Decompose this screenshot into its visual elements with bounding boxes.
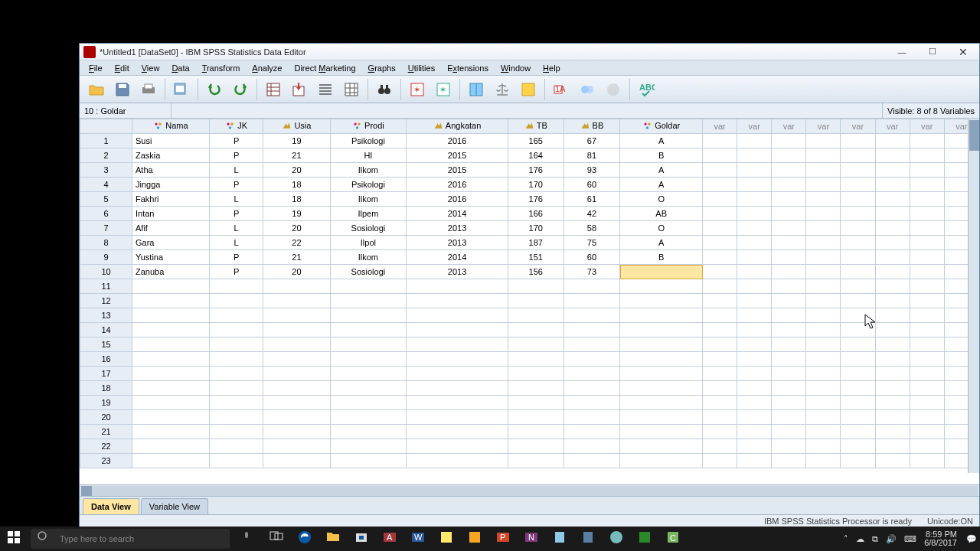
cell[interactable] (407, 352, 508, 367)
cell[interactable] (910, 396, 944, 410)
cell[interactable] (772, 134, 806, 148)
row-header[interactable]: 14 (80, 323, 132, 337)
dialog-recall-button[interactable] (169, 77, 194, 102)
cell[interactable]: 2013 (407, 221, 508, 236)
row-header[interactable]: 4 (80, 178, 132, 192)
tab-data-view[interactable]: Data View (83, 498, 139, 514)
cell[interactable] (875, 279, 910, 294)
cell[interactable] (508, 367, 564, 381)
cell[interactable] (841, 163, 875, 178)
cell[interactable] (209, 294, 263, 308)
app-icon-3[interactable] (632, 527, 660, 550)
cell[interactable] (910, 279, 944, 294)
cell[interactable] (737, 337, 772, 352)
cell[interactable] (772, 207, 806, 221)
cell[interactable]: A (620, 134, 703, 148)
column-header-bb[interactable]: BB (564, 119, 620, 134)
cell[interactable] (620, 439, 703, 454)
cell[interactable] (703, 134, 737, 148)
cell[interactable] (564, 425, 620, 439)
cell[interactable]: Zaskia (132, 148, 210, 163)
cell[interactable] (263, 279, 330, 294)
cell[interactable] (806, 279, 841, 294)
cell[interactable] (772, 163, 806, 178)
taskbar[interactable]: Type here to search A W P N C ˄ ☁ ⧉ 🔊 ⌨ … (0, 527, 980, 551)
cell[interactable]: 151 (508, 250, 564, 265)
cell[interactable] (564, 294, 620, 308)
cell[interactable] (263, 439, 330, 454)
cell[interactable]: P (209, 134, 263, 148)
word-icon[interactable]: W (406, 527, 433, 550)
cell[interactable] (263, 410, 330, 425)
cell[interactable] (209, 410, 263, 425)
row-header[interactable]: 18 (80, 381, 132, 396)
cell[interactable] (209, 308, 263, 323)
cell[interactable] (620, 367, 703, 381)
cell[interactable] (841, 207, 875, 221)
cell[interactable] (737, 134, 772, 148)
cell[interactable] (703, 425, 737, 439)
cell[interactable] (772, 410, 806, 425)
cell[interactable] (564, 396, 620, 410)
cell[interactable]: 176 (508, 192, 564, 207)
cell[interactable] (910, 323, 944, 337)
cell[interactable] (737, 294, 772, 308)
cell[interactable] (806, 192, 841, 207)
column-header-usia[interactable]: Usia (263, 119, 330, 134)
cell[interactable] (841, 265, 875, 279)
cell[interactable] (841, 178, 875, 192)
cell[interactable] (209, 381, 263, 396)
vertical-scrollbar[interactable] (968, 119, 979, 473)
cell[interactable]: 61 (564, 192, 620, 207)
cell[interactable] (330, 308, 407, 323)
cell[interactable]: 20 (263, 221, 330, 236)
cell[interactable] (910, 439, 944, 454)
cell[interactable]: 170 (508, 221, 564, 236)
cell[interactable] (703, 352, 737, 367)
cell[interactable]: Afif (132, 221, 210, 236)
cell[interactable] (132, 396, 210, 410)
cell[interactable] (806, 323, 841, 337)
cell[interactable] (910, 221, 944, 236)
cell[interactable] (209, 396, 263, 410)
cell[interactable] (841, 250, 875, 265)
cell[interactable] (910, 410, 944, 425)
cell[interactable]: 42 (564, 207, 620, 221)
cell[interactable]: Ilpol (330, 236, 407, 250)
cell[interactable] (132, 294, 210, 308)
taskview-icon[interactable] (264, 527, 292, 550)
cell[interactable] (564, 367, 620, 381)
cell[interactable] (841, 410, 875, 425)
cell[interactable] (620, 294, 703, 308)
cell[interactable] (737, 250, 772, 265)
cell[interactable] (132, 425, 210, 439)
find-button[interactable] (372, 77, 397, 102)
cell[interactable] (875, 250, 910, 265)
cell[interactable] (703, 265, 737, 279)
cell[interactable] (407, 294, 508, 308)
cell[interactable] (263, 425, 330, 439)
cell[interactable]: L (209, 192, 263, 207)
cell[interactable]: 60 (564, 178, 620, 192)
cell[interactable] (737, 454, 772, 468)
cell[interactable] (772, 454, 806, 468)
cell[interactable] (875, 192, 910, 207)
cell[interactable] (620, 265, 703, 279)
cell[interactable]: 187 (508, 236, 564, 250)
open-file-button[interactable] (84, 77, 109, 102)
cell[interactable] (737, 192, 772, 207)
select-cases-button[interactable] (516, 77, 541, 102)
cell[interactable] (703, 178, 737, 192)
column-header-var[interactable]: var (703, 119, 737, 134)
cell[interactable]: 176 (508, 163, 564, 178)
cell[interactable]: A (620, 163, 703, 178)
cell[interactable] (806, 207, 841, 221)
cell[interactable] (263, 396, 330, 410)
cell[interactable]: 18 (263, 192, 330, 207)
row-header[interactable]: 11 (80, 279, 132, 294)
cell[interactable] (910, 250, 944, 265)
cell[interactable]: 2014 (407, 207, 508, 221)
cell[interactable] (772, 178, 806, 192)
cell[interactable] (875, 148, 910, 163)
column-header-nama[interactable]: Nama (132, 119, 210, 134)
